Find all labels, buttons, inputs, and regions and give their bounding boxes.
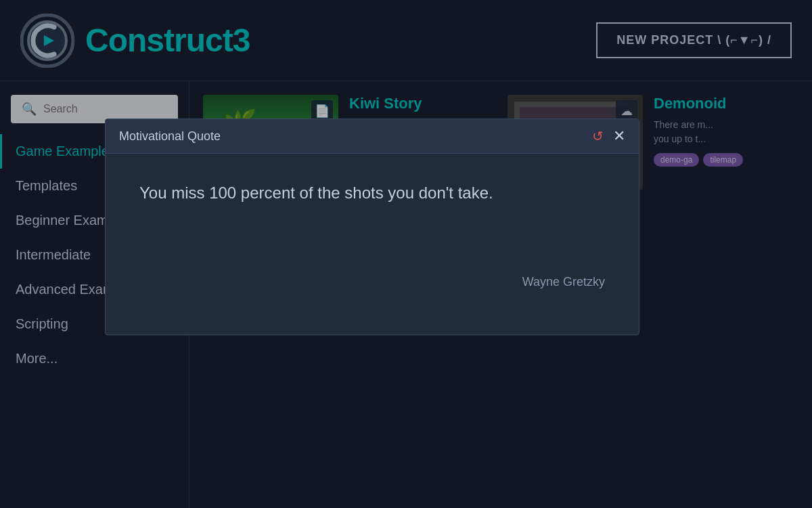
modal-close-button[interactable]: ✕ [613,127,625,145]
modal-title: Motivational Quote [119,129,221,144]
motivational-quote-modal: Motivational Quote ↺ ✕ You miss 100 perc… [105,119,639,335]
modal-controls: ↺ ✕ [592,127,625,145]
modal-header: Motivational Quote ↺ ✕ [106,119,639,154]
quote-author: Wayne Gretzky [139,275,605,289]
modal-refresh-button[interactable]: ↺ [592,128,604,144]
modal-body: You miss 100 percent of the shots you do… [106,154,639,316]
quote-text: You miss 100 percent of the shots you do… [139,181,605,205]
modal-overlay: Motivational Quote ↺ ✕ You miss 100 perc… [0,0,812,508]
